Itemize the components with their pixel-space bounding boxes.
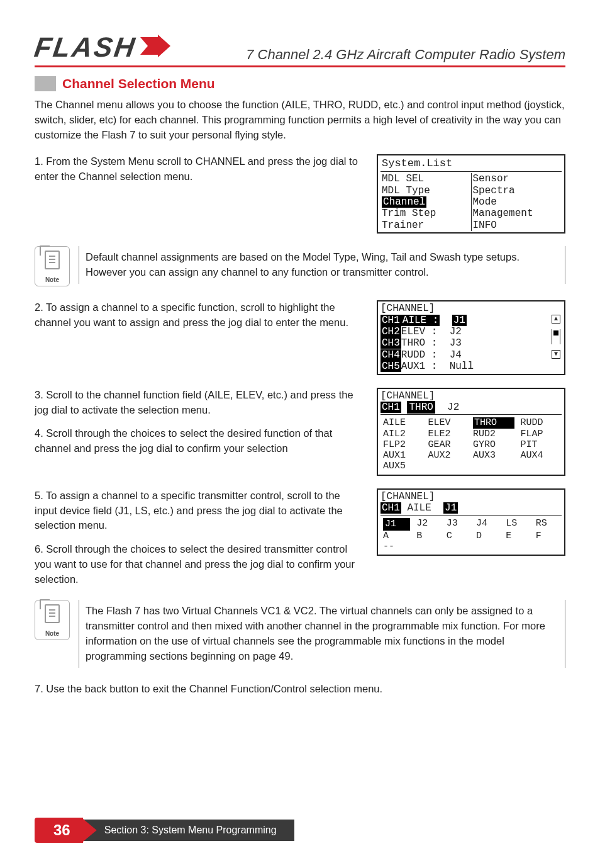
note-2: Note The Flash 7 has two Virtual Channel…: [35, 600, 565, 668]
step-6-text: 6. Scroll through the choices to select …: [35, 542, 362, 587]
step-7-text: 7. Use the back button to exit the Chann…: [35, 682, 565, 697]
note-icon: Note: [35, 246, 70, 286]
section-title: Channel Selection Menu: [62, 76, 215, 91]
note-label: Note: [45, 276, 59, 283]
step-1-text: 1. From the System Menu scroll to CHANNE…: [35, 154, 362, 184]
tagline: 7 Channel 2.4 GHz Aircraft Computer Radi…: [246, 47, 565, 63]
svg-marker-0: [140, 35, 170, 57]
step-4-text: 4. Scroll through the choices to select …: [35, 426, 362, 456]
lcd-channel-list: [CHANNEL]CH1AILE : J1CH2ELEV : J2CH3THRO…: [377, 300, 565, 375]
step-5-6-row: 5. To assign a channel to a specific tra…: [35, 488, 565, 588]
lcd-system-list: System.ListMDL SELSensorMDL TypeSpectraC…: [377, 154, 565, 234]
step-2-row: 2. To assign a channel to a specific fun…: [35, 300, 565, 375]
step-2-text: 2. To assign a channel to a specific fun…: [35, 300, 362, 330]
note-label: Note: [45, 630, 59, 637]
lcd-device-grid: [CHANNEL]CH1 AILE J1J1J2J3J4LSRSABCDEF--: [377, 488, 565, 556]
footer-section: Section 3: System Menu Programming: [82, 820, 294, 841]
step-3-text: 3. Scroll to the channel function field …: [35, 388, 362, 418]
note-1-text: Default channel assignments are based on…: [79, 246, 565, 284]
logo: FLASH: [35, 31, 170, 63]
note-1: Note Default channel assignments are bas…: [35, 246, 565, 286]
logo-text: FLASH: [32, 31, 138, 63]
note-2-text: The Flash 7 has two Virtual Channels VC1…: [79, 600, 565, 668]
intro-paragraph: The Channel menu allows you to choose th…: [35, 98, 565, 143]
note-icon: Note: [35, 600, 70, 640]
section-title-row: Channel Selection Menu: [35, 76, 565, 91]
step-3-4-row: 3. Scroll to the channel function field …: [35, 388, 565, 476]
page-number: 36: [35, 818, 83, 843]
section-marker-icon: [35, 76, 56, 91]
page-header: FLASH 7 Channel 2.4 GHz Aircraft Compute…: [35, 31, 565, 63]
step-1-row: 1. From the System Menu scroll to CHANNE…: [35, 154, 565, 234]
lcd-function-grid: [CHANNEL]CH1 THRO J2AILEELEVTHRORUDDAIL2…: [377, 388, 565, 476]
page-footer: 36 Section 3: System Menu Programming: [35, 818, 294, 843]
logo-arrow-icon: [140, 35, 170, 60]
header-rule: [35, 65, 565, 67]
step-5-text: 5. To assign a channel to a specific tra…: [35, 488, 362, 534]
